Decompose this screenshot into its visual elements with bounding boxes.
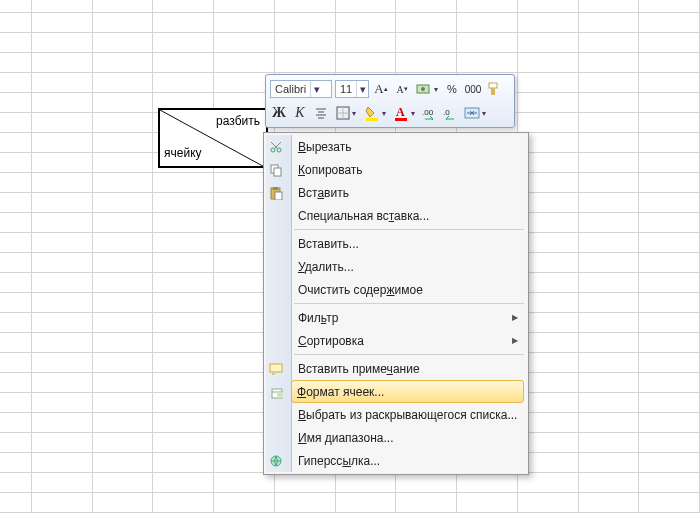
menu-item-insert-comment[interactable]: Вставить примечание (292, 357, 526, 380)
font-name-value: Calibri (271, 83, 310, 95)
svg-rect-26 (275, 192, 282, 200)
menu-label: Вставить примечание (298, 362, 420, 376)
menu-item-hyperlink[interactable]: Гиперссылка... (292, 449, 526, 472)
menu-label: Вырезать (298, 140, 351, 154)
italic-button[interactable]: К (291, 103, 309, 123)
svg-rect-4 (491, 88, 495, 95)
menu-item-name-range[interactable]: Имя диапазона... (292, 426, 526, 449)
menu-label: Вставить... (298, 237, 359, 251)
menu-item-copy[interactable]: Копировать (292, 158, 526, 181)
font-size-combo[interactable]: 11 ▾ (335, 80, 369, 98)
money-icon (416, 81, 432, 97)
decrease-decimal-icon: .0 (442, 106, 458, 120)
borders-icon (336, 106, 350, 120)
cell-text-bottom: ячейку (164, 146, 202, 160)
font-color-button[interactable]: A ▾ (391, 103, 417, 123)
increase-decimal-button[interactable]: .00 (420, 103, 438, 123)
shrink-font-button[interactable]: A▾ (393, 79, 411, 99)
svg-rect-12 (366, 118, 378, 121)
format-painter-button[interactable] (485, 79, 503, 99)
menu-item-pick-from-list[interactable]: Выбрать из раскрывающегося списка... (292, 403, 526, 426)
format-cells-icon (268, 384, 286, 402)
align-center-icon (314, 106, 328, 120)
font-name-combo[interactable]: Calibri ▾ (270, 80, 332, 98)
menu-item-format-cells[interactable]: Формат ячеек... (291, 380, 524, 403)
font-color-icon: A (393, 105, 409, 121)
increase-decimal-icon: .00 (421, 106, 437, 120)
merged-cell-diagonal[interactable]: разбить ячейку (158, 108, 268, 168)
bold-button[interactable]: Ж (270, 103, 288, 123)
percent-format-button[interactable]: % (443, 79, 461, 99)
globe-icon (267, 452, 285, 470)
paste-icon (267, 184, 285, 202)
svg-text:.00: .00 (422, 108, 434, 117)
svg-point-2 (421, 87, 425, 91)
chevron-down-icon: ▾ (356, 81, 368, 97)
svg-text:A: A (396, 105, 405, 119)
comma-format-button[interactable]: 000 (464, 79, 482, 99)
menu-label: Имя диапазона... (298, 431, 393, 445)
menu-label: Выбрать из раскрывающегося списка... (298, 408, 517, 422)
align-center-button[interactable] (312, 103, 330, 123)
menu-label: Очистить содержимое (298, 283, 423, 297)
bucket-icon (364, 105, 380, 121)
menu-label: Формат ячеек... (297, 385, 384, 399)
svg-rect-25 (273, 187, 278, 190)
copy-icon (267, 161, 285, 179)
fill-color-button[interactable]: ▾ (362, 103, 388, 123)
menu-item-clear[interactable]: Очистить содержимое (292, 278, 526, 301)
svg-rect-30 (277, 392, 283, 398)
menu-label: Специальная вставка... (298, 209, 429, 223)
menu-item-paste-special[interactable]: Специальная вставка... (292, 204, 526, 227)
menu-item-delete[interactable]: Удалить... (292, 255, 526, 278)
menu-label: Вставить (298, 186, 349, 200)
menu-separator (294, 303, 524, 304)
menu-item-cut[interactable]: Вырезать (292, 135, 526, 158)
mini-toolbar: Calibri ▾ 11 ▾ A▴ A▾ ▾ % 000 Ж К ▾ (265, 74, 515, 128)
paintbrush-icon (486, 81, 502, 97)
svg-rect-14 (395, 118, 407, 121)
menu-item-filter[interactable]: Фильтр (292, 306, 526, 329)
grow-font-button[interactable]: A▴ (372, 79, 390, 99)
menu-label: Фильтр (298, 311, 338, 325)
cell-text-top: разбить (216, 114, 260, 128)
context-menu: Вырезать Копировать Вставить Специальная… (263, 132, 529, 475)
menu-label: Копировать (298, 163, 363, 177)
accounting-format-button[interactable]: ▾ (414, 79, 440, 99)
menu-item-insert[interactable]: Вставить... (292, 232, 526, 255)
scissors-icon (267, 138, 285, 156)
svg-rect-23 (274, 168, 281, 176)
chevron-down-icon: ▾ (310, 81, 322, 97)
svg-text:.0: .0 (443, 108, 450, 117)
menu-item-sort[interactable]: Сортировка (292, 329, 526, 352)
borders-button[interactable]: ▾ (333, 103, 359, 123)
svg-rect-27 (270, 364, 282, 372)
menu-separator (294, 354, 524, 355)
decrease-decimal-button[interactable]: .0 (441, 103, 459, 123)
svg-rect-3 (489, 83, 497, 88)
merge-icon (464, 106, 480, 120)
menu-label: Удалить... (298, 260, 354, 274)
font-size-value: 11 (336, 83, 356, 95)
menu-label: Гиперссылка... (298, 454, 380, 468)
merge-cells-button[interactable]: ▾ (462, 103, 488, 123)
menu-separator (294, 229, 524, 230)
comment-icon (267, 360, 285, 378)
menu-label: Сортировка (298, 334, 364, 348)
menu-item-paste[interactable]: Вставить (292, 181, 526, 204)
